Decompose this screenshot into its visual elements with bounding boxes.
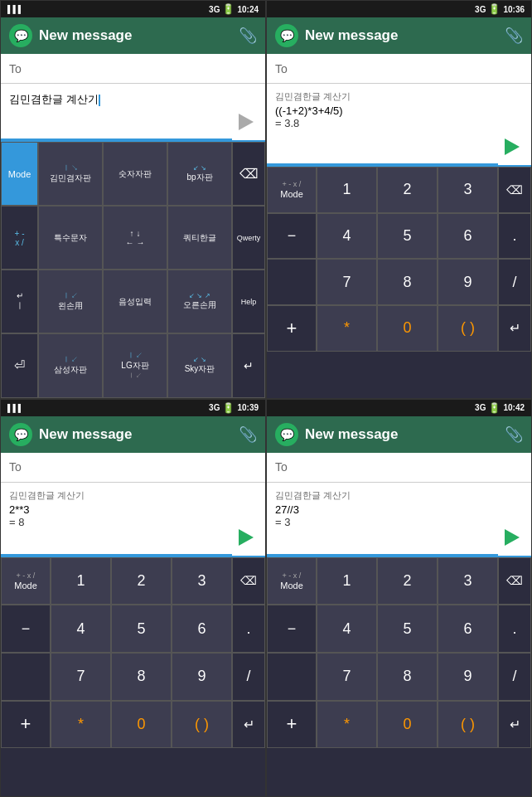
num-8-tr[interactable]: 8	[377, 259, 438, 305]
kb-help-tl[interactable]: Help	[232, 270, 265, 333]
num-enter-bl[interactable]: ↵	[232, 701, 265, 749]
num-plus-bl[interactable]: +	[1, 701, 51, 749]
to-input-br[interactable]	[292, 460, 523, 474]
num-parens-br[interactable]: ( )	[438, 701, 498, 749]
num-mode-bl[interactable]: + - x / Mode	[1, 557, 51, 605]
num-4-tr[interactable]: 4	[317, 213, 377, 260]
num-6-tr[interactable]: 6	[438, 213, 498, 260]
num-dot-br[interactable]: .	[498, 605, 531, 653]
num-7-bl[interactable]: 7	[51, 653, 111, 701]
num-9-bl[interactable]: 9	[172, 653, 232, 701]
num-enter-br[interactable]: ↵	[498, 701, 531, 749]
num-mode-br[interactable]: + - x / Mode	[267, 557, 317, 605]
kb-enter-bottom-tl[interactable]: ⏎	[1, 333, 38, 397]
to-input-tl[interactable]	[26, 62, 257, 75]
num-star-bl[interactable]: *	[51, 701, 111, 749]
num-minus-br[interactable]: −	[267, 605, 317, 653]
num-mode-tr[interactable]: + - x / Mode	[267, 167, 317, 213]
num-3-tr[interactable]: 3	[438, 167, 498, 213]
num-7-br[interactable]: 7	[317, 653, 377, 701]
num-parens-tr[interactable]: ( )	[438, 305, 498, 352]
kb-sky-tl[interactable]: ↙ ↘ Sky자판	[167, 333, 232, 397]
num-1-br[interactable]: 1	[317, 557, 377, 605]
kb-mode-tl[interactable]: Mode	[1, 142, 38, 206]
attach-icon-tr[interactable]: 📎	[505, 27, 523, 45]
to-input-bl[interactable]	[26, 460, 257, 474]
num-5-br[interactable]: 5	[377, 605, 438, 653]
kb-enter-right-tl[interactable]: ↵	[232, 333, 265, 397]
to-input-tr[interactable]	[292, 62, 523, 75]
num-slash-tr[interactable]: /	[498, 259, 531, 305]
kb-left-hand-tl[interactable]: ㅣ ↙ 왼손用	[38, 270, 103, 333]
attach-icon-br[interactable]: 📎	[505, 425, 523, 444]
kb-qwerty-tl[interactable]: Qwerty	[232, 206, 265, 270]
kb-enter-left-tl[interactable]: ↵ ㅣ	[1, 270, 38, 333]
kb-arrows-tl[interactable]: ↑ ↓ ← →	[103, 206, 167, 270]
kb-minkyom-tl[interactable]: ㅣ ↘ 김민겸자판	[38, 142, 103, 206]
calc-input-tr[interactable]: ((-1+2)*3+4/5)	[275, 104, 523, 117]
num-parens-bl[interactable]: ( )	[172, 701, 232, 749]
send-button-br[interactable]	[500, 526, 525, 549]
num-star-tr[interactable]: *	[317, 305, 377, 352]
num-3-br[interactable]: 3	[438, 557, 498, 605]
kb-lg-tl[interactable]: ㅣ ↙ LG자판 ㅣ ↙	[103, 333, 167, 397]
num-plus-br[interactable]: +	[267, 701, 317, 749]
status-right-bl: 3G 🔋 10:39	[209, 402, 259, 414]
num-2-br[interactable]: 2	[377, 557, 438, 605]
num-dot-bl[interactable]: .	[232, 605, 265, 653]
num-8-br[interactable]: 8	[377, 653, 438, 701]
num-backspace-tr[interactable]: ⌫	[498, 167, 531, 213]
kb-bp-tl[interactable]: ↙ ↘ bp자판	[167, 142, 232, 206]
msg-body-bl[interactable]: 김민겸한글 계산기 2**3 = 8	[1, 483, 265, 557]
num-backspace-bl[interactable]: ⌫	[232, 557, 265, 605]
num-plus-tr[interactable]: +	[267, 305, 317, 352]
num-backspace-br[interactable]: ⌫	[498, 557, 531, 605]
num-5-tr[interactable]: 5	[377, 213, 438, 260]
num-4-bl[interactable]: 4	[51, 605, 111, 653]
num-dot-tr[interactable]: .	[498, 213, 531, 260]
msg-body-br[interactable]: 김민겸한글 계산기 27//3 = 3	[267, 483, 531, 557]
kb-backspace-tl[interactable]: ⌫	[232, 142, 265, 206]
calc-input-bl[interactable]: 2**3	[9, 503, 257, 516]
send-button-tr[interactable]	[500, 135, 525, 158]
panel-top-right: 3G 🔋 10:36 💬 New message 📎 To 김민겸한글 계산기 …	[266, 0, 532, 399]
num-9-br[interactable]: 9	[438, 653, 498, 701]
calc-input-br[interactable]: 27//3	[275, 503, 523, 516]
send-button-bl[interactable]	[234, 526, 259, 549]
kb-number-tl[interactable]: 숫자자판	[103, 142, 167, 206]
send-button-tl[interactable]	[234, 110, 259, 134]
kb-voice-tl[interactable]: 음성입력	[103, 270, 167, 333]
num-0-bl[interactable]: 0	[111, 701, 172, 749]
num-1-bl[interactable]: 1	[51, 557, 111, 605]
num-minus-tr[interactable]: −	[267, 213, 317, 260]
msg-body-tr[interactable]: 김민겸한글 계산기 ((-1+2)*3+4/5) = 3.8	[267, 84, 531, 167]
msg-body-tl[interactable]: 김민겸한글 계산기	[1, 84, 265, 142]
num-6-bl[interactable]: 6	[172, 605, 232, 653]
num-4-br[interactable]: 4	[317, 605, 377, 653]
num-slash-br[interactable]: /	[498, 653, 531, 701]
num-star-br[interactable]: *	[317, 701, 377, 749]
num-8-bl[interactable]: 8	[111, 653, 172, 701]
num-0-br[interactable]: 0	[377, 701, 438, 749]
num-2-tr[interactable]: 2	[377, 167, 438, 213]
num-minus-bl[interactable]: −	[1, 605, 51, 653]
attach-icon-tl[interactable]: 📎	[239, 27, 257, 45]
kb-plusminus-tl[interactable]: + - x /	[1, 206, 38, 270]
attach-icon-bl[interactable]: 📎	[239, 425, 257, 444]
num-6-br[interactable]: 6	[438, 605, 498, 653]
send-arrow-tl	[239, 114, 254, 130]
kb-right-hand-tl[interactable]: ↙ ↘ ↗ 오른손用	[167, 270, 232, 333]
num-5-bl[interactable]: 5	[111, 605, 172, 653]
num-7-tr[interactable]: 7	[317, 259, 377, 305]
num-0-tr[interactable]: 0	[377, 305, 438, 352]
num-enter-tr[interactable]: ↵	[498, 305, 531, 352]
kb-qwerty-korean-tl[interactable]: 쿼티한글	[167, 206, 232, 270]
num-2-bl[interactable]: 2	[111, 557, 172, 605]
kb-samsung-tl[interactable]: ㅣ ↙ 삼성자판	[38, 333, 103, 397]
num-3-bl[interactable]: 3	[172, 557, 232, 605]
num-1-tr[interactable]: 1	[317, 167, 377, 213]
num-9-tr[interactable]: 9	[438, 259, 498, 305]
num-slash-bl[interactable]: /	[232, 653, 265, 701]
calc-input-tl[interactable]: 김민겸한글 계산기	[9, 92, 257, 107]
kb-special-tl[interactable]: 특수문자	[38, 206, 103, 270]
